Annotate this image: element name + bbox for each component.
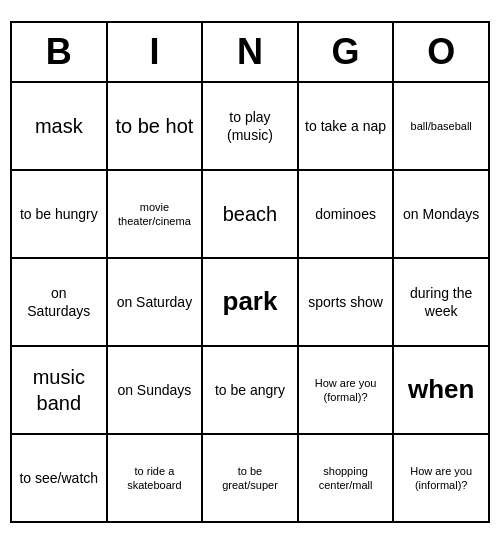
bingo-cell: mask [12, 83, 108, 171]
bingo-cell: How are you (informal)? [394, 435, 490, 523]
bingo-cell: on Sundays [108, 347, 204, 435]
bingo-cell: on Mondays [394, 171, 490, 259]
bingo-cell: to ride a skateboard [108, 435, 204, 523]
bingo-cell: ball/baseball [394, 83, 490, 171]
bingo-card: BINGO maskto be hotto play (music)to tak… [10, 21, 490, 523]
bingo-cell: to play (music) [203, 83, 299, 171]
bingo-cell: when [394, 347, 490, 435]
bingo-grid: maskto be hotto play (music)to take a na… [10, 83, 490, 523]
header-letter: O [394, 23, 490, 83]
bingo-cell: music band [12, 347, 108, 435]
bingo-cell: How are you (formal)? [299, 347, 395, 435]
bingo-cell: to see/watch [12, 435, 108, 523]
bingo-cell: beach [203, 171, 299, 259]
bingo-cell: on Saturdays [12, 259, 108, 347]
bingo-cell: shopping center/mall [299, 435, 395, 523]
header-letter: G [299, 23, 395, 83]
bingo-cell: movie theater/cinema [108, 171, 204, 259]
bingo-cell: to be great/super [203, 435, 299, 523]
bingo-cell: park [203, 259, 299, 347]
bingo-cell: during the week [394, 259, 490, 347]
header-letter: I [108, 23, 204, 83]
bingo-cell: to take a nap [299, 83, 395, 171]
header-letter: N [203, 23, 299, 83]
bingo-cell: sports show [299, 259, 395, 347]
bingo-cell: on Saturday [108, 259, 204, 347]
bingo-cell: to be angry [203, 347, 299, 435]
bingo-cell: to be hot [108, 83, 204, 171]
bingo-header: BINGO [10, 21, 490, 83]
header-letter: B [12, 23, 108, 83]
bingo-cell: dominoes [299, 171, 395, 259]
bingo-cell: to be hungry [12, 171, 108, 259]
